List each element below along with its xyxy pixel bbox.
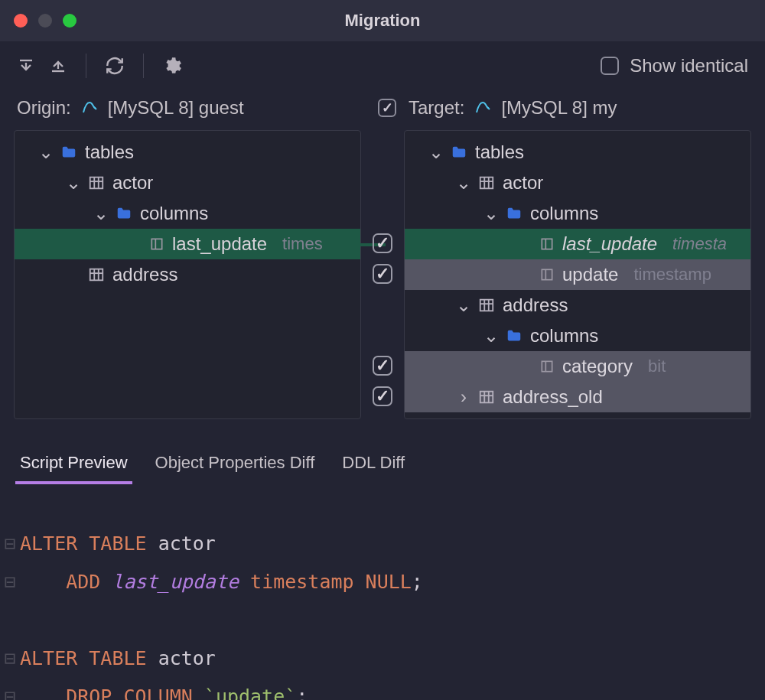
column-icon <box>539 359 555 374</box>
svg-rect-14 <box>480 177 493 189</box>
svg-rect-10 <box>90 269 103 281</box>
script-preview-editor[interactable]: ⊟ALTER TABLE actor ⊟ ADD last_update tim… <box>0 483 765 700</box>
target-select-all-checkbox[interactable] <box>378 99 396 117</box>
table-icon <box>478 297 495 314</box>
table-icon <box>88 174 105 191</box>
chevron-down-icon: ⌄ <box>429 143 443 161</box>
folder-icon <box>506 205 522 222</box>
tab-script-preview[interactable]: Script Preview <box>20 447 128 483</box>
tree-node-columns[interactable]: ⌄ columns <box>405 198 750 229</box>
chevron-down-icon: ⌄ <box>67 174 80 192</box>
column-type: timestamp <box>633 266 711 283</box>
chevron-down-icon: ⌄ <box>457 296 470 314</box>
column-icon <box>539 236 555 252</box>
diff-checkbox-strip <box>361 130 404 419</box>
tree-label: columns <box>140 204 208 223</box>
gutter-fold-icon[interactable]: ⊟ <box>0 640 20 678</box>
include-diff-checkbox[interactable] <box>373 233 392 253</box>
diff-link-row <box>361 228 404 259</box>
tree-node-tables[interactable]: ⌄ tables <box>405 137 750 168</box>
svg-rect-22 <box>480 300 493 311</box>
gutter-fold-icon[interactable]: ⊟ <box>0 678 20 700</box>
tree-label: address <box>503 296 568 314</box>
tab-ddl-diff[interactable]: DDL Diff <box>342 447 405 483</box>
svg-rect-4 <box>90 177 103 189</box>
column-icon <box>539 267 555 282</box>
tree-label: address <box>112 265 177 284</box>
refresh-icon[interactable] <box>105 56 125 76</box>
svg-rect-8 <box>151 239 161 249</box>
apply-bottom-up-icon[interactable] <box>49 57 67 75</box>
window-titlebar: Migration <box>0 0 765 41</box>
mysql-icon <box>80 99 99 117</box>
origin-label: Origin: <box>17 99 71 117</box>
tree-label: update <box>562 265 618 284</box>
tree-node-columns[interactable]: ⌄ columns <box>405 321 750 351</box>
target-label: Target: <box>409 99 464 117</box>
chevron-down-icon: ⌄ <box>484 327 498 345</box>
svg-rect-20 <box>542 269 552 279</box>
gutter-fold-icon[interactable]: ⊟ <box>0 563 20 601</box>
tree-node-table-address[interactable]: ⌄ address <box>405 290 750 321</box>
tab-object-properties-diff[interactable]: Object Properties Diff <box>155 447 315 483</box>
table-icon <box>478 174 495 191</box>
show-identical-checkbox[interactable] <box>601 57 619 75</box>
chevron-down-icon: ⌄ <box>457 174 470 192</box>
folder-icon <box>451 144 467 161</box>
tree-label: actor <box>503 174 543 192</box>
svg-rect-28 <box>480 392 493 403</box>
tree-node-table-actor[interactable]: ⌄ actor <box>405 168 750 198</box>
tree-label: last_update <box>172 235 267 253</box>
tree-label: tables <box>475 143 524 161</box>
window-title: Migration <box>0 12 765 29</box>
column-type: timesta <box>672 236 727 252</box>
svg-rect-26 <box>542 361 552 371</box>
column-type: times <box>282 236 323 252</box>
tree-label: last_update <box>562 235 657 253</box>
chevron-down-icon: ⌄ <box>484 204 498 223</box>
tree-label: columns <box>530 204 598 223</box>
include-diff-checkbox[interactable] <box>373 386 392 406</box>
tree-node-column-last-update[interactable]: last_update timesta <box>405 229 750 259</box>
origin-header: Origin: [MySQL 8] guest <box>17 99 356 117</box>
show-identical-label: Show identical <box>630 57 748 75</box>
tree-node-table-address[interactable]: ⌄ address <box>15 259 360 290</box>
origin-tree[interactable]: ⌄ tables ⌄ actor ⌄ columns last_update t… <box>14 130 361 419</box>
toolbar: Show identical <box>0 41 765 90</box>
folder-icon <box>116 205 132 222</box>
origin-db: [MySQL 8] guest <box>108 99 244 117</box>
table-icon <box>478 389 495 405</box>
include-diff-checkbox[interactable] <box>373 264 392 284</box>
pane-headers: Origin: [MySQL 8] guest Target: [MySQL 8… <box>0 90 765 125</box>
tree-node-column-update[interactable]: update timestamp <box>405 259 750 290</box>
tree-label: address_old <box>503 388 603 406</box>
toolbar-separator <box>143 54 144 78</box>
include-diff-checkbox[interactable] <box>373 356 392 376</box>
preview-tabs: Script Preview Object Properties Diff DD… <box>0 435 765 483</box>
tree-node-columns[interactable]: ⌄ columns <box>15 198 360 229</box>
apply-top-down-icon[interactable] <box>17 57 35 75</box>
tree-node-column-category[interactable]: category bit <box>405 351 750 382</box>
folder-icon <box>60 144 77 161</box>
tree-node-table-actor[interactable]: ⌄ actor <box>15 168 360 198</box>
target-db: [MySQL 8] my <box>501 99 617 117</box>
settings-icon[interactable] <box>162 56 182 76</box>
chevron-down-icon: ⌄ <box>94 204 108 223</box>
tree-label: actor <box>112 174 153 192</box>
tree-label: category <box>562 357 633 376</box>
svg-rect-18 <box>542 239 552 249</box>
gutter-fold-icon[interactable]: ⊟ <box>0 525 20 563</box>
comparison-trees: ⌄ tables ⌄ actor ⌄ columns last_update t… <box>0 125 765 435</box>
tree-label: columns <box>530 327 598 345</box>
column-icon <box>149 236 164 252</box>
target-tree[interactable]: ⌄ tables ⌄ actor ⌄ columns last_update t… <box>404 130 751 419</box>
mysql-icon <box>474 99 492 117</box>
tree-node-column-last-update[interactable]: last_update times <box>15 229 360 259</box>
tree-node-tables[interactable]: ⌄ tables <box>15 137 360 168</box>
chevron-right-icon: › <box>457 388 470 406</box>
tree-label: tables <box>85 143 134 161</box>
column-type: bit <box>648 358 666 375</box>
tree-node-table-address-old[interactable]: › address_old <box>405 382 750 412</box>
show-identical-toggle[interactable]: Show identical <box>601 57 748 75</box>
folder-icon <box>506 327 522 344</box>
